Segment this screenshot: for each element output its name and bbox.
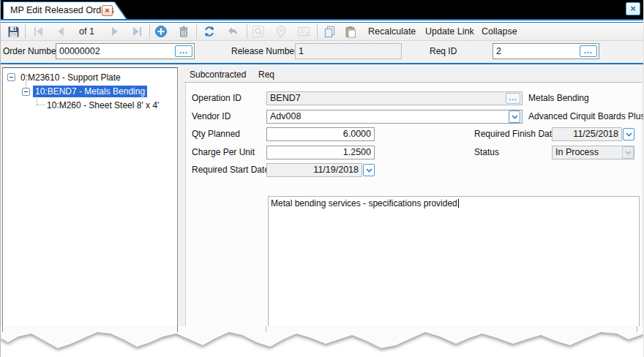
nav-prev-icon[interactable] — [53, 24, 68, 39]
refresh-icon[interactable] — [202, 24, 217, 39]
charge-per-unit-field[interactable]: 1.2500 — [266, 146, 375, 159]
tree-connector — [37, 97, 37, 105]
tree-connector — [26, 82, 26, 88]
tab-req[interactable]: Req — [258, 69, 274, 80]
title-bar: MP Edit Released Orders × × — [1, 0, 644, 19]
delete-icon[interactable] — [176, 24, 191, 39]
operation-id-lookup-icon[interactable]: ... — [506, 93, 520, 104]
req-id-lookup-icon[interactable]: ... — [580, 45, 597, 57]
tree-collapse-icon[interactable] — [22, 88, 30, 96]
nav-next-icon[interactable] — [108, 24, 122, 39]
charge-per-unit-label: Charge Per Unit — [192, 146, 255, 159]
order-number-field[interactable]: 00000002 ... — [56, 43, 195, 59]
toolbar-separator — [149, 24, 150, 39]
order-number-label: Order Number — [3, 43, 59, 59]
document-tab-title: MP Edit Released Orders — [10, 5, 114, 15]
tree-connector — [37, 105, 45, 105]
undo-icon[interactable] — [225, 24, 239, 39]
add-icon[interactable] — [154, 24, 168, 39]
operation-description-label: Metals Bending — [528, 91, 589, 105]
notes-textarea[interactable]: Metal bending services - specifications … — [268, 196, 640, 346]
qty-planned-field[interactable]: 6.0000 — [266, 127, 375, 141]
tab-close-icon[interactable]: × — [102, 5, 113, 16]
vendor-description-label: Advanced Cirquit Boards Plus — [528, 110, 644, 124]
tree-collapse-icon[interactable] — [7, 73, 15, 81]
mail-icon[interactable] — [296, 24, 311, 39]
tree-item-assembly[interactable]: 0:M23610 - Support Plate — [20, 72, 121, 83]
release-number-field: 1 — [295, 43, 402, 59]
tree-item-material[interactable]: 10:M260 - Sheet Steel 8' x 4' — [47, 100, 159, 110]
status-dropdown-icon[interactable] — [622, 146, 634, 159]
recalculate-button[interactable]: Recalculate — [365, 25, 419, 38]
req-id-label: Req ID — [430, 43, 457, 59]
document-tab[interactable]: MP Edit Released Orders × — [3, 1, 127, 19]
required-start-date-dropdown-icon[interactable] — [363, 164, 375, 176]
paste-icon[interactable] — [343, 24, 358, 39]
req-id-field[interactable]: 2 ... — [493, 43, 599, 59]
nav-last-icon[interactable] — [130, 24, 144, 39]
job-tree-panel: 0:M23610 - Support Plate 10:BEND7 - Meta… — [2, 67, 178, 337]
collapse-button[interactable]: Collapse — [479, 25, 520, 38]
qty-planned-label: Qty Planned — [192, 127, 240, 141]
mp-edit-released-orders-window: MP Edit Released Orders × × of 1 — [0, 0, 644, 357]
required-finish-date-label: Required Finish Date — [474, 127, 557, 141]
required-start-date-field[interactable]: 11/19/2018 — [266, 163, 362, 177]
toolbar-separator — [196, 24, 197, 39]
operation-id-field: BEND7 ... — [266, 91, 523, 105]
toolbar: of 1 — [1, 23, 644, 41]
update-link-button[interactable]: Update Link — [422, 25, 477, 38]
vendor-id-label: Vendor ID — [192, 110, 231, 124]
status-label: Status — [474, 146, 499, 159]
required-start-date-label: Required Start Date — [192, 163, 269, 177]
section-divider — [1, 63, 644, 64]
copy-icon[interactable] — [322, 24, 337, 39]
toolbar-separator — [25, 24, 26, 39]
vendor-id-dropdown-icon[interactable] — [509, 110, 520, 123]
notes-label: Notes — [192, 328, 214, 342]
tree-item-operation-selected[interactable]: 10:BEND7 - Metals Bending — [33, 86, 147, 97]
window-close-icon[interactable]: × — [626, 2, 640, 15]
detail-tab-strip: Subcontracted Req — [184, 67, 642, 83]
nav-first-icon[interactable] — [31, 24, 46, 39]
subcontracted-form: Operation ID BEND7 ... Metals Bending Ve… — [185, 83, 642, 337]
search-icon[interactable] — [251, 24, 266, 39]
required-finish-date-field[interactable]: 11/25/2018 — [552, 127, 622, 141]
text-cursor — [458, 199, 459, 208]
toolbar-separator — [317, 24, 318, 39]
tab-subcontracted[interactable]: Subcontracted — [190, 69, 246, 80]
vendor-id-field[interactable]: Adv008 — [266, 110, 523, 124]
record-position-label: of 1 — [79, 26, 94, 37]
release-number-label: Release Number — [231, 43, 297, 59]
toolbar-separator — [247, 24, 247, 39]
detail-panel: Subcontracted Req Operation ID BEND7 ...… — [184, 67, 642, 337]
required-finish-date-dropdown-icon[interactable] — [623, 128, 634, 140]
operation-id-label: Operation ID — [192, 91, 242, 105]
pin-icon[interactable] — [274, 24, 288, 39]
save-icon[interactable] — [6, 24, 20, 39]
order-number-lookup-icon[interactable]: ... — [175, 45, 192, 57]
